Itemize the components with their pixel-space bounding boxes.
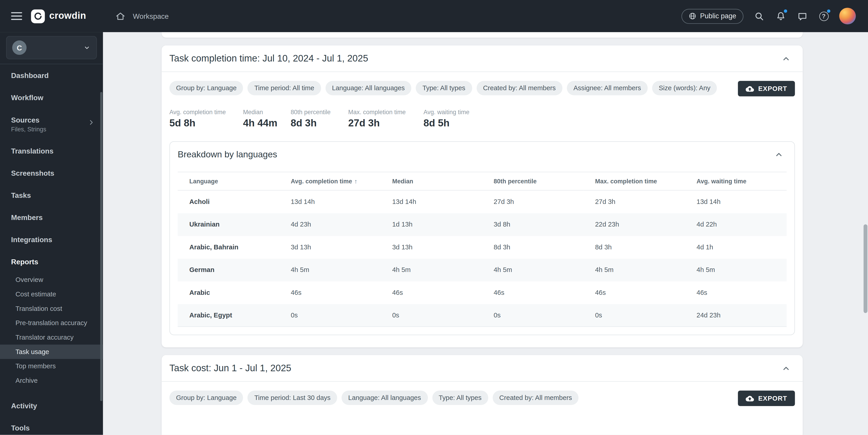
sort-ascending-icon: ↑ [354,178,357,184]
sidebar-item-activity[interactable]: Activity [0,395,103,417]
user-avatar[interactable] [839,8,856,24]
filter-created-by[interactable]: Created by: All members [493,390,579,405]
column-avg-completion-time[interactable]: Avg. completion time↑ [279,172,381,191]
crowdin-logo-icon [31,9,45,23]
sidebar-subitem-overview[interactable]: Overview [0,273,103,287]
help-icon[interactable]: ? [817,10,830,22]
table-row: Arabic, Egypt 0s 0s 0s 0s 24d 23h [178,304,787,326]
public-page-label: Public page [700,12,736,20]
column-80th-percentile[interactable]: 80th percentile [482,172,584,191]
sidebar-item-integrations[interactable]: Integrations [0,228,103,251]
top-bar: crowdin Workspace Public page [0,0,868,32]
filter-assignee[interactable]: Assignee: All members [567,81,648,95]
filter-time-period[interactable]: Time period: Last 30 days [248,390,337,405]
public-page-button[interactable]: Public page [681,8,743,24]
chevron-right-icon [87,118,95,126]
stat-avg-completion-time: Avg. completion time 5d 8h [169,109,243,129]
help-badge [827,9,831,13]
filter-group-by[interactable]: Group by: Language [169,81,243,95]
sidebar-item-reports[interactable]: Reports [0,251,103,273]
collapse-task-completion-button[interactable] [778,51,794,66]
sidebar: C Dashboard Workflow Sources Files, Stri… [0,32,103,435]
breadcrumb: Workspace [114,10,169,22]
sidebar-subitem-task-usage[interactable]: Task usage [0,345,103,359]
task-completion-stats: Avg. completion time 5d 8h Median 4h 44m… [169,109,795,129]
stat-avg-waiting-time: Avg. waiting time 8d 5h [423,109,469,129]
sidebar-item-sources-subtitle: Files, Strings [11,126,46,132]
messages-icon[interactable] [796,10,808,22]
cloud-upload-icon [746,85,754,92]
sidebar-item-translations[interactable]: Translations [0,140,103,162]
main-content: Task completion time: Jul 10, 2024 - Jul… [103,32,868,435]
sidebar-subitem-pre-translation-accuracy[interactable]: Pre-translation accuracy [0,316,103,330]
breakdown-by-languages-card: Breakdown by languages Language [169,141,795,335]
sidebar-subitem-top-members[interactable]: Top members [0,359,103,374]
topbar-actions: Public page ? [681,8,868,24]
sidebar-subitem-archive[interactable]: Archive [0,373,103,388]
task-completion-card: Task completion time: Jul 10, 2024 - Jul… [161,46,803,347]
task-completion-title: Task completion time: Jul 10, 2024 - Jul… [169,53,368,64]
export-button[interactable]: EXPORT [738,390,795,406]
filter-created-by[interactable]: Created by: All members [476,81,562,95]
previous-card-edge [161,32,803,38]
workspace-selector[interactable]: C [6,36,97,59]
task-cost-filters: Group by: Language Time period: Last 30 … [169,390,738,405]
sidebar-nav: Dashboard Workflow Sources Files, String… [0,64,103,435]
stat-max-completion-time: Max. completion time 27d 3h [348,109,423,129]
chevron-up-icon [774,150,783,159]
sidebar-item-workflow[interactable]: Workflow [0,86,103,109]
sidebar-subitem-cost-estimate[interactable]: Cost estimate [0,287,103,301]
hamburger-menu-icon[interactable] [11,12,22,20]
chevron-up-icon [782,54,790,63]
app-window: crowdin Workspace Public page [0,0,868,435]
export-button[interactable]: EXPORT [738,81,795,96]
table-row: Arabic 46s 46s 46s 46s 46s [178,281,787,304]
chevron-up-icon [782,364,790,373]
table-header-row: Language Avg. completion time↑ Median 80… [178,172,787,191]
crowdin-logo-text: crowdin [49,11,86,22]
chevron-down-icon [83,44,91,52]
column-median[interactable]: Median [381,172,482,191]
filter-type[interactable]: Type: All types [416,81,472,95]
collapse-task-cost-button[interactable] [778,360,794,376]
table-row: Arabic, Bahrain 3d 13h 3d 13h 8d 3h 8d 3… [178,236,787,258]
task-completion-filters: Group by: Language Time period: All time… [169,81,738,95]
home-icon[interactable] [114,10,126,22]
column-language[interactable]: Language [178,172,279,191]
topbar-brand-area: crowdin [0,9,103,23]
sidebar-item-tools[interactable]: Tools [0,417,103,435]
task-cost-title: Task cost: Jun 1 - Jul 1, 2025 [169,362,291,374]
breadcrumb-workspace[interactable]: Workspace [133,12,169,20]
sidebar-scrollbar[interactable] [100,92,102,401]
sidebar-item-screenshots[interactable]: Screenshots [0,162,103,184]
table-row: Ukrainian 4d 23h 1d 13h 3d 8h 22d 23h 4d… [178,213,787,236]
stat-median: Median 4h 44m [243,109,291,129]
search-icon[interactable] [753,10,765,22]
crowdin-logo[interactable]: crowdin [31,9,86,23]
filter-type[interactable]: Type: All types [432,390,488,405]
notifications-bell-icon[interactable] [774,10,787,22]
column-max-completion-time[interactable]: Max. completion time [584,172,685,191]
table-row: German 4h 5m 4h 5m 4h 5m 4h 5m 4h 5m [178,258,787,281]
stat-80th-percentile: 80th percentile 8d 3h [290,109,348,129]
table-row: Acholi 13d 14h 13d 14h 27d 3h 27d 3h 13d… [178,191,787,213]
notifications-badge [783,9,788,13]
sidebar-subitem-translation-cost[interactable]: Translation cost [0,301,103,316]
filter-language[interactable]: Language: All languages [325,81,411,95]
sidebar-item-sources[interactable]: Sources Files, Strings [0,109,103,140]
cloud-upload-icon [746,395,754,402]
column-avg-waiting-time[interactable]: Avg. waiting time [685,172,787,191]
sidebar-item-tasks[interactable]: Tasks [0,184,103,206]
filter-group-by[interactable]: Group by: Language [169,390,243,405]
filter-size-words[interactable]: Size (words): Any [652,81,717,95]
sidebar-item-dashboard[interactable]: Dashboard [0,64,103,86]
breakdown-title: Breakdown by languages [178,150,277,160]
page-scrollbar[interactable] [864,224,867,313]
collapse-breakdown-button[interactable] [771,147,787,162]
sidebar-item-members[interactable]: Members [0,206,103,228]
filter-language[interactable]: Language: All languages [342,390,428,405]
workspace-avatar: C [12,40,27,55]
globe-icon [688,12,696,20]
filter-time-period[interactable]: Time period: All time [248,81,321,95]
sidebar-subitem-translator-accuracy[interactable]: Translator accuracy [0,330,103,345]
